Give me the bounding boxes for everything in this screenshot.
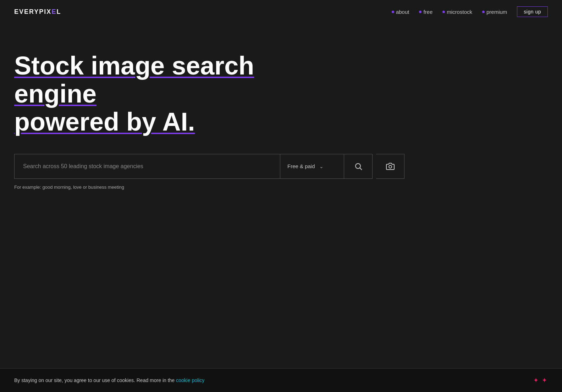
search-icon: [354, 162, 363, 171]
search-hint: For example: good morning, love or busin…: [14, 184, 548, 190]
search-input-wrapper: [14, 154, 280, 179]
cookie-message: By staying on our site, you agree to our…: [14, 377, 175, 383]
nav-label-about: about: [396, 9, 409, 15]
cookie-dots-decoration: ✦ ✦: [533, 376, 548, 384]
nav-label-premium: premium: [486, 9, 507, 15]
sign-up-button[interactable]: sign up: [517, 6, 548, 17]
nav-item-microstock[interactable]: microstock: [442, 9, 472, 15]
hero-title: Stock image search engine powered by AI.: [14, 52, 298, 136]
logo[interactable]: EVERYPIXEL: [14, 8, 61, 16]
svg-line-1: [360, 168, 362, 170]
search-hint-text: For example: good morning, love or busin…: [14, 184, 124, 190]
nav-dot-about: [392, 11, 394, 13]
hero-title-line1: Stock image search engine: [14, 52, 298, 108]
filter-label: Free & paid: [287, 163, 315, 169]
nav-dot-premium: [482, 11, 485, 13]
main-nav: about free microstock premium sign up: [392, 6, 548, 17]
cookie-policy-link[interactable]: cookie policy: [176, 377, 204, 383]
camera-icon: [386, 162, 395, 171]
search-bar: Free & paid ⌄: [14, 154, 404, 179]
cookie-text: By staying on our site, you agree to our…: [14, 377, 204, 383]
svg-point-0: [356, 164, 360, 169]
nav-item-premium[interactable]: premium: [482, 9, 507, 15]
search-input[interactable]: [15, 154, 280, 178]
nav-label-microstock: microstock: [447, 9, 472, 15]
filter-dropdown[interactable]: Free & paid ⌄: [280, 154, 344, 179]
logo-highlight: E: [51, 8, 56, 15]
nav-item-free[interactable]: free: [419, 9, 432, 15]
search-button[interactable]: [344, 154, 373, 179]
nav-label-free: free: [423, 9, 432, 15]
nav-dot-free: [419, 11, 422, 13]
hero-title-line2: powered by AI.: [14, 108, 298, 136]
main-content: Stock image search engine powered by AI.…: [0, 23, 562, 204]
nav-item-about[interactable]: about: [392, 9, 409, 15]
nav-dot-microstock: [442, 11, 445, 13]
chevron-down-icon: ⌄: [319, 164, 324, 169]
camera-button[interactable]: [376, 154, 404, 179]
header: EVERYPIXEL about free microstock premium…: [0, 0, 562, 23]
cookie-banner: By staying on our site, you agree to our…: [0, 368, 562, 392]
svg-point-2: [389, 165, 392, 168]
